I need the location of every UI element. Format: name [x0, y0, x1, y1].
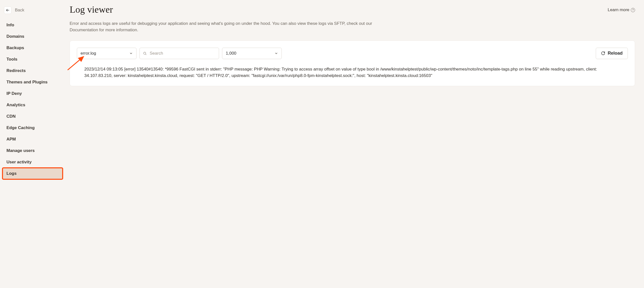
- chevron-down-icon: [129, 52, 133, 55]
- log-toolbar: error.log 1,000: [77, 48, 628, 59]
- sidebar-item-label: Edge Caching: [6, 125, 34, 130]
- reload-label: Reload: [608, 51, 622, 56]
- sidebar-item-label: APM: [6, 137, 16, 142]
- page-title: Log viewer: [70, 4, 113, 15]
- learn-more-link[interactable]: Learn more ?: [608, 4, 635, 12]
- search-input[interactable]: [140, 48, 219, 59]
- sidebar-item-redirects[interactable]: Redirects: [2, 65, 65, 76]
- log-file-select[interactable]: error.log: [77, 48, 136, 59]
- lines-select[interactable]: 1,000: [222, 48, 282, 59]
- header-row: Log viewer Learn more ?: [70, 4, 635, 20]
- log-file-selected-value: error.log: [80, 51, 96, 56]
- chevron-down-icon: [274, 52, 278, 55]
- sidebar-item-cdn[interactable]: CDN: [2, 111, 65, 122]
- nav-list: InfoDomainsBackupsToolsRedirectsThemes a…: [2, 19, 65, 179]
- sidebar-item-analytics[interactable]: Analytics: [2, 99, 65, 111]
- reload-icon: [601, 51, 605, 55]
- sidebar-item-label: Redirects: [6, 68, 26, 73]
- search-icon: [143, 51, 147, 55]
- sidebar-item-label: IP Deny: [6, 91, 22, 96]
- log-entry: 2023/12/14 09:13:05 [error] 13540#13540:…: [84, 66, 626, 79]
- reload-button[interactable]: Reload: [596, 48, 628, 59]
- sidebar-item-backups[interactable]: Backups: [2, 42, 65, 54]
- sidebar-item-label: Domains: [6, 34, 24, 39]
- sidebar-item-themes-and-plugins[interactable]: Themes and Plugins: [2, 76, 65, 88]
- arrow-left-icon: [6, 8, 10, 12]
- log-card: error.log 1,000: [70, 40, 635, 86]
- sidebar-item-label: Info: [6, 23, 14, 27]
- sidebar-item-domains[interactable]: Domains: [2, 31, 65, 42]
- sidebar: Back InfoDomainsBackupsToolsRedirectsThe…: [0, 0, 65, 288]
- sidebar-item-label: CDN: [6, 114, 16, 119]
- log-body: 2023/12/14 09:13:05 [error] 13540#13540:…: [77, 66, 628, 79]
- sidebar-item-label: Tools: [6, 57, 18, 62]
- back-label: Back: [15, 8, 24, 13]
- help-icon: ?: [631, 8, 635, 12]
- sidebar-item-label: Backups: [6, 45, 24, 50]
- search-wrap: [140, 48, 219, 59]
- svg-line-4: [146, 54, 146, 55]
- lines-selected-value: 1,000: [226, 51, 236, 56]
- back-row: Back: [2, 5, 65, 19]
- sidebar-item-ip-deny[interactable]: IP Deny: [2, 88, 65, 99]
- sidebar-item-label: User activity: [6, 160, 32, 164]
- sidebar-item-logs[interactable]: Logs: [2, 168, 63, 179]
- sidebar-item-tools[interactable]: Tools: [2, 54, 65, 65]
- sidebar-item-user-activity[interactable]: User activity: [2, 156, 65, 168]
- page-description: Error and access logs are useful for deb…: [70, 20, 388, 33]
- sidebar-item-apm[interactable]: APM: [2, 134, 65, 145]
- sidebar-item-edge-caching[interactable]: Edge Caching: [2, 122, 65, 134]
- back-button[interactable]: [4, 6, 12, 14]
- sidebar-item-label: Manage users: [6, 148, 34, 153]
- sidebar-item-info[interactable]: Info: [2, 19, 65, 31]
- sidebar-item-label: Logs: [6, 171, 17, 176]
- sidebar-item-label: Themes and Plugins: [6, 80, 48, 84]
- learn-more-label: Learn more: [608, 7, 629, 12]
- sidebar-item-manage-users[interactable]: Manage users: [2, 145, 65, 156]
- sidebar-item-label: Analytics: [6, 103, 25, 107]
- main-content: Log viewer Learn more ? Error and access…: [65, 0, 644, 288]
